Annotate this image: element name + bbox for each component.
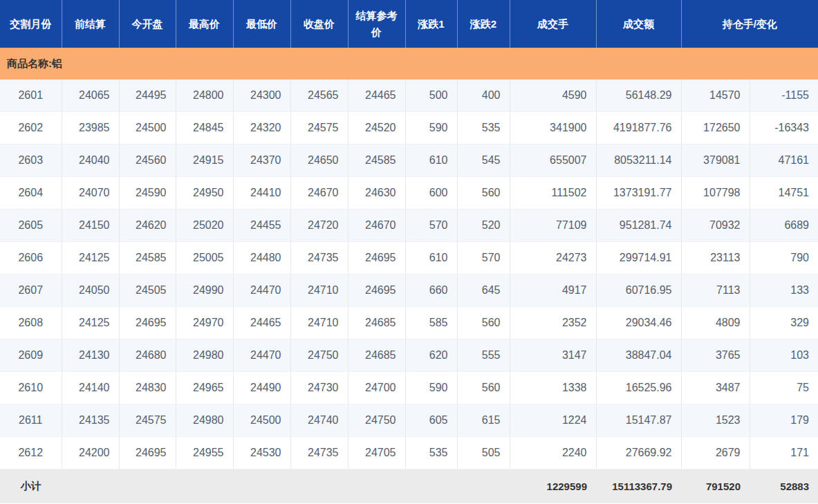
value-cell: 24980 xyxy=(176,404,233,437)
value-cell: 24465 xyxy=(348,80,405,112)
column-header: 成交手 xyxy=(510,0,596,48)
value-cell: 615 xyxy=(457,404,510,437)
value-cell: 38847.04 xyxy=(596,339,681,372)
value-cell: 4191877.76 xyxy=(596,112,681,144)
column-header: 涨跌1 xyxy=(405,0,457,48)
value-cell: 16525.96 xyxy=(596,372,681,404)
value-cell: 24410 xyxy=(233,177,290,209)
value-cell: 1373191.77 xyxy=(596,177,681,209)
value-cell: 24490 xyxy=(233,372,290,404)
product-name-label: 商品名称:铝 xyxy=(0,48,818,80)
value-cell: 172650 xyxy=(681,112,750,144)
value-cell: 24050 xyxy=(62,274,119,307)
value-cell: 24500 xyxy=(119,112,176,144)
value-cell: 1338 xyxy=(510,372,596,404)
value-cell: 24990 xyxy=(176,274,233,307)
value-cell: 24685 xyxy=(348,307,405,339)
value-cell: 24750 xyxy=(290,339,348,372)
month-cell: 2607 xyxy=(0,274,62,307)
value-cell: 24470 xyxy=(233,339,290,372)
value-cell: 24065 xyxy=(62,80,119,112)
value-cell: 610 xyxy=(405,242,457,274)
table-row: 2603240402456024915243702465024585610545… xyxy=(0,144,818,177)
value-cell: -1155 xyxy=(750,80,818,112)
value-cell: 24273 xyxy=(510,242,596,274)
value-cell: 24465 xyxy=(233,307,290,339)
value-cell: 24370 xyxy=(233,144,290,177)
value-cell: 8053211.14 xyxy=(596,144,681,177)
value-cell: 24845 xyxy=(176,112,233,144)
value-cell: 24650 xyxy=(290,144,348,177)
value-cell: 24750 xyxy=(348,404,405,437)
value-cell: 2679 xyxy=(681,437,750,469)
value-cell: 24965 xyxy=(176,372,233,404)
value-cell: 570 xyxy=(457,242,510,274)
month-cell: 2605 xyxy=(0,209,62,242)
month-cell: 2602 xyxy=(0,112,62,144)
value-cell: 610 xyxy=(405,144,457,177)
value-cell: 24685 xyxy=(348,339,405,372)
value-cell: 645 xyxy=(457,274,510,307)
value-cell: 23113 xyxy=(681,242,750,274)
value-cell: 24140 xyxy=(62,372,119,404)
month-cell: 2610 xyxy=(0,372,62,404)
value-cell: 24520 xyxy=(348,112,405,144)
subtotal-cell xyxy=(119,469,176,504)
value-cell: 4809 xyxy=(681,307,750,339)
value-cell: 24530 xyxy=(233,437,290,469)
value-cell: 133 xyxy=(750,274,818,307)
futures-quotes-page: 交割月份前结算今开盘最高价最低价收盘价结算参考价涨跌1涨跌2成交手成交额持仓手/… xyxy=(0,0,818,504)
value-cell: 29034.46 xyxy=(596,307,681,339)
value-cell: 341900 xyxy=(510,112,596,144)
product-group-row: 商品名称:铝 xyxy=(0,48,818,80)
value-cell: 24695 xyxy=(119,437,176,469)
value-cell: 790 xyxy=(750,242,818,274)
column-header: 结算参考价 xyxy=(348,0,405,48)
value-cell: 7113 xyxy=(681,274,750,307)
value-cell: 56148.29 xyxy=(596,80,681,112)
value-cell: 14570 xyxy=(681,80,750,112)
value-cell: 1224 xyxy=(510,404,596,437)
value-cell: 500 xyxy=(405,80,457,112)
value-cell: 77109 xyxy=(510,209,596,242)
table-row: 2602239852450024845243202457524520590535… xyxy=(0,112,818,144)
value-cell: 24980 xyxy=(176,339,233,372)
value-cell: -16343 xyxy=(750,112,818,144)
value-cell: 3487 xyxy=(681,372,750,404)
value-cell: 4917 xyxy=(510,274,596,307)
value-cell: 25005 xyxy=(176,242,233,274)
value-cell: 75 xyxy=(750,372,818,404)
value-cell: 24730 xyxy=(290,372,348,404)
value-cell: 24720 xyxy=(290,209,348,242)
value-cell: 545 xyxy=(457,144,510,177)
column-header: 最高价 xyxy=(176,0,233,48)
value-cell: 24125 xyxy=(62,307,119,339)
table-row: 2610241402483024965244902473024700590560… xyxy=(0,372,818,404)
value-cell: 24700 xyxy=(348,372,405,404)
value-cell: 107798 xyxy=(681,177,750,209)
value-cell: 24710 xyxy=(290,307,348,339)
value-cell: 24630 xyxy=(348,177,405,209)
value-cell: 555 xyxy=(457,339,510,372)
value-cell: 24800 xyxy=(176,80,233,112)
value-cell: 24670 xyxy=(348,209,405,242)
value-cell: 24620 xyxy=(119,209,176,242)
header-row: 交割月份前结算今开盘最高价最低价收盘价结算参考价涨跌1涨跌2成交手成交额持仓手/… xyxy=(0,0,818,48)
value-cell: 24130 xyxy=(62,339,119,372)
value-cell: 2240 xyxy=(510,437,596,469)
subtotal-cell: 791520 xyxy=(681,469,750,504)
value-cell: 24480 xyxy=(233,242,290,274)
month-cell: 2601 xyxy=(0,80,62,112)
column-header: 今开盘 xyxy=(119,0,176,48)
value-cell: 585 xyxy=(405,307,457,339)
column-header: 前结算 xyxy=(62,0,119,48)
table-row: 2601240652449524800243002456524465500400… xyxy=(0,80,818,112)
subtotal-cell: 15113367.79 xyxy=(596,469,681,504)
value-cell: 27669.92 xyxy=(596,437,681,469)
value-cell: 179 xyxy=(750,404,818,437)
value-cell: 1523 xyxy=(681,404,750,437)
value-cell: 24575 xyxy=(119,404,176,437)
subtotal-row: 小计122959915113367.7979152052883 xyxy=(0,469,818,504)
value-cell: 24135 xyxy=(62,404,119,437)
value-cell: 605 xyxy=(405,404,457,437)
